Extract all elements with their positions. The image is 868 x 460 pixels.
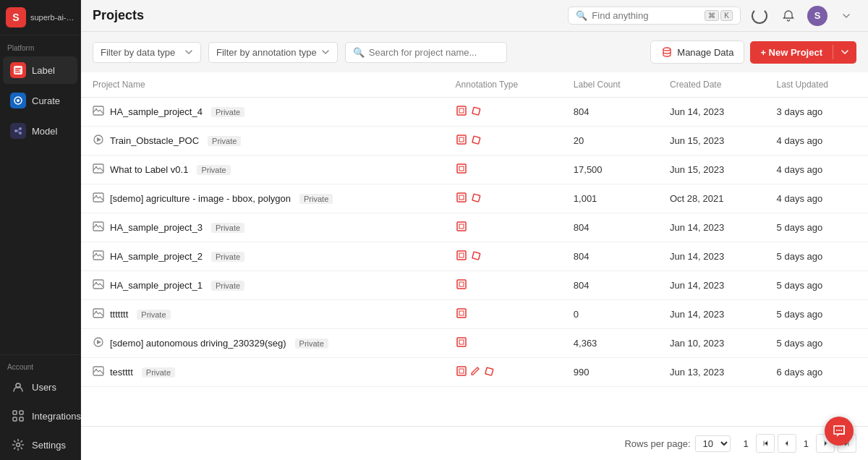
manage-data-label: Manage Data — [677, 47, 733, 58]
new-project-main[interactable]: + New Project — [750, 41, 833, 64]
last-updated-cell: 5 days ago — [765, 271, 868, 300]
project-name-text: Train_Obstacle_POC — [110, 135, 199, 146]
annotation-type-cell — [444, 156, 562, 184]
svg-rect-12 — [13, 411, 17, 414]
sidebar-item-users[interactable]: Users — [3, 373, 77, 401]
user-menu-chevron-btn[interactable] — [836, 6, 856, 26]
svg-rect-1 — [15, 68, 21, 69]
page-indicator: 1 — [799, 437, 813, 451]
user-avatar[interactable]: S — [807, 6, 827, 26]
label-count-cell: 4,363 — [562, 329, 658, 358]
project-name-cell: HA_sample_project_1 Private — [81, 271, 444, 300]
annotation-type-cell — [444, 242, 562, 271]
label-count-cell: 804 — [562, 242, 658, 271]
created-date-cell: Oct 28, 2021 — [658, 184, 765, 213]
project-type-icon — [93, 134, 104, 148]
annotation-type-cell — [444, 271, 562, 300]
svg-rect-61 — [459, 369, 464, 373]
annotation-icons — [456, 336, 550, 350]
svg-point-7 — [19, 127, 22, 130]
bell-icon — [782, 9, 795, 22]
project-type-icon — [93, 250, 104, 263]
project-name-text: testttt — [110, 367, 133, 378]
top-bar-actions: 🔍 ⌘ K S — [568, 6, 856, 26]
project-name-cell: [sdemo] agriculture - image - bbox, poly… — [81, 184, 444, 213]
col-last-updated: Last Updated — [765, 72, 868, 98]
project-type-icon — [93, 307, 104, 321]
sidebar-model-text: Model — [32, 126, 57, 137]
filter-data-type-btn[interactable]: Filter by data type — [93, 42, 201, 63]
project-name-text: ttttttt — [110, 309, 128, 320]
new-project-dropdown-btn[interactable] — [833, 42, 856, 62]
annotation-type-cell — [444, 127, 562, 156]
svg-rect-2 — [15, 70, 20, 72]
svg-rect-26 — [459, 137, 464, 142]
svg-point-65 — [841, 430, 842, 431]
table-row[interactable]: testttt Private 990Jun 13, 20236 days ag… — [81, 358, 868, 387]
bbox-icon — [456, 250, 467, 263]
video-icon — [93, 134, 104, 145]
global-search-input[interactable] — [592, 10, 700, 21]
new-project-btn[interactable]: + New Project — [750, 41, 856, 64]
sidebar-item-model[interactable]: Model — [3, 117, 77, 145]
chevron-down-icon — [321, 48, 330, 56]
sidebar-item-settings[interactable]: Settings — [3, 431, 77, 459]
svg-point-19 — [95, 108, 97, 110]
table-row[interactable]: [sdemo] autonomous driving_230329(seg) P… — [81, 329, 868, 358]
table-row[interactable]: ttttttt Private 0Jun 14, 20235 days ago — [81, 300, 868, 329]
sidebar: S superb-ai-dem... Platform Label Curate… — [0, 0, 81, 460]
annotation-icons — [456, 105, 550, 119]
project-name-wrapper: Train_Obstacle_POC Private — [93, 134, 433, 148]
project-name-cell: What to Label v0.1 Private — [81, 156, 444, 184]
sidebar-item-curate[interactable]: Curate — [3, 87, 77, 114]
svg-rect-49 — [459, 282, 464, 286]
sidebar-item-integrations[interactable]: Integrations — [3, 402, 77, 430]
svg-rect-14 — [13, 417, 17, 421]
visibility-badge: Private — [295, 338, 328, 349]
project-name-cell: ttttttt Private — [81, 300, 444, 329]
svg-rect-43 — [457, 251, 466, 260]
table-row[interactable]: Train_Obstacle_POC Private 20Jun 15, 202… — [81, 127, 868, 156]
projects-table-container: Project Name Annotation Type Label Count… — [81, 72, 868, 426]
created-date-cell: Jun 13, 2023 — [658, 358, 765, 387]
notification-bell-btn[interactable] — [778, 6, 799, 26]
table-row[interactable]: HA_sample_project_3 Private 804Jun 14, 2… — [81, 213, 868, 242]
project-type-icon — [93, 105, 104, 119]
pagination-first-btn[interactable] — [756, 434, 775, 453]
visibility-badge: Private — [197, 165, 230, 175]
brand-icon: S — [6, 7, 26, 27]
project-type-icon — [93, 163, 104, 176]
created-date-cell: Jun 14, 2023 — [658, 213, 765, 242]
pagination-prev-btn[interactable] — [778, 434, 796, 453]
manage-data-btn[interactable]: Manage Data — [650, 41, 744, 64]
loading-icon-btn[interactable] — [749, 6, 770, 26]
global-search-bar[interactable]: 🔍 ⌘ K — [568, 7, 741, 25]
svg-rect-15 — [20, 417, 23, 421]
chat-bubble-btn[interactable] — [825, 417, 854, 446]
bbox-rotated-icon — [470, 192, 482, 205]
svg-point-51 — [95, 311, 97, 312]
filter-annotation-type-btn[interactable]: Filter by annotation type — [208, 42, 338, 63]
project-search-input[interactable] — [369, 47, 499, 58]
table-row[interactable]: HA_sample_project_2 Private 804Jun 14, 2… — [81, 242, 868, 271]
project-search-bar[interactable]: 🔍 — [345, 42, 507, 63]
project-name-text: What to Label v0.1 — [110, 164, 188, 175]
bbox-icon — [456, 221, 467, 234]
project-type-icon — [93, 221, 104, 234]
project-name-cell: HA_sample_project_4 Private — [81, 98, 444, 127]
svg-marker-24 — [97, 137, 101, 142]
sidebar-logo[interactable]: S superb-ai-dem... — [0, 0, 80, 35]
sidebar-item-label[interactable]: Label — [3, 56, 77, 84]
annotation-icons — [456, 250, 550, 263]
svg-rect-25 — [457, 135, 466, 144]
table-row[interactable]: [sdemo] agriculture - image - bbox, poly… — [81, 184, 868, 213]
visibility-badge: Private — [299, 194, 333, 204]
table-row[interactable]: HA_sample_project_1 Private 804Jun 14, 2… — [81, 271, 868, 300]
table-row[interactable]: What to Label v0.1 Private 17,500Jun 15,… — [81, 156, 868, 184]
project-name-wrapper: HA_sample_project_4 Private — [93, 105, 433, 119]
table-row[interactable]: HA_sample_project_4 Private 804Jun 14, 2… — [81, 98, 868, 127]
last-updated-cell: 4 days ago — [765, 156, 868, 184]
col-annotation-type: Annotation Type — [444, 72, 562, 98]
last-updated-cell: 3 days ago — [765, 98, 868, 127]
rows-per-page-select[interactable]: 10 25 50 — [695, 435, 731, 452]
